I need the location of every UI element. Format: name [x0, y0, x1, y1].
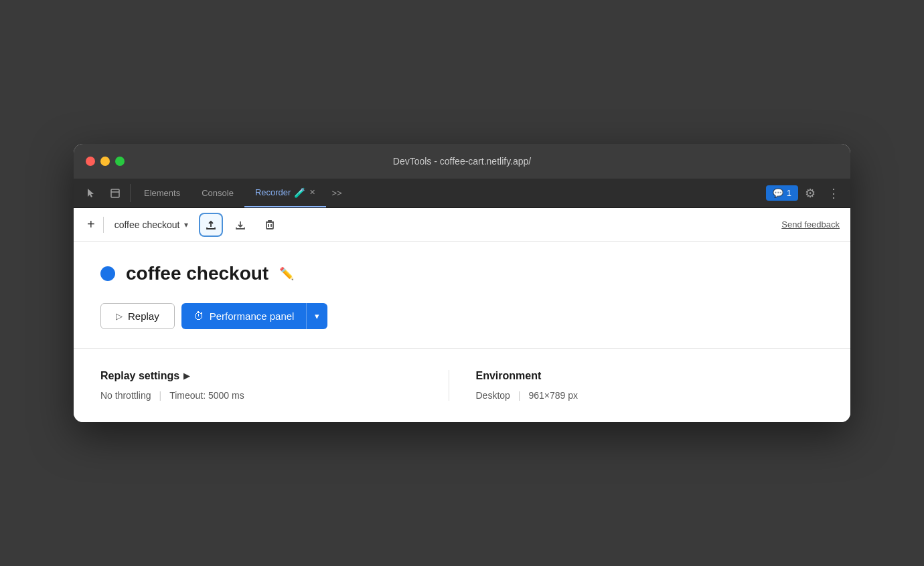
dropdown-chevron-icon: ▾: [315, 311, 319, 321]
more-options-button[interactable]: ⋮: [822, 186, 845, 201]
window-title: DevTools - coffee-cart.netlify.app/: [393, 156, 531, 167]
performance-panel-group: ⏱ Performance panel ▾: [181, 303, 328, 329]
edit-title-icon[interactable]: ✏️: [279, 266, 294, 281]
replay-settings-values: No throttling | Timeout: 5000 ms: [100, 390, 449, 401]
add-recording-button[interactable]: +: [84, 217, 98, 232]
environment-col: Environment Desktop | 961×789 px: [449, 370, 824, 401]
replay-settings-heading[interactable]: Replay settings ▶: [100, 370, 449, 382]
recorder-icon: 🧪: [294, 187, 305, 198]
settings-expand-arrow: ▶: [183, 371, 189, 381]
export-button[interactable]: [199, 213, 223, 237]
devtools-tabs-bar: Elements Console Recorder 🧪 ✕ >> 💬 1 ⚙ ⋮: [74, 179, 850, 208]
performance-dropdown-button[interactable]: ▾: [306, 303, 327, 329]
environment-values: Desktop | 961×789 px: [476, 390, 824, 401]
tab-recorder[interactable]: Recorder 🧪 ✕: [244, 179, 326, 207]
svg-rect-2: [266, 222, 273, 229]
performance-panel-button[interactable]: ⏱ Performance panel: [181, 303, 307, 329]
replay-button[interactable]: ▷ Replay: [100, 303, 175, 329]
import-button[interactable]: [228, 213, 252, 237]
tab-elements[interactable]: Elements: [133, 179, 191, 207]
dock-icon-button[interactable]: [103, 179, 127, 207]
maximize-button[interactable]: [115, 157, 125, 166]
delete-recording-button[interactable]: [258, 213, 282, 237]
settings-gear-button[interactable]: ⚙: [799, 186, 821, 201]
recording-selector[interactable]: coffee checkout ▾: [109, 217, 194, 233]
environment-heading: Environment: [476, 370, 824, 382]
minimize-button[interactable]: [100, 157, 110, 166]
badge-icon: 💬: [773, 188, 783, 198]
performance-icon: ⏱: [194, 310, 204, 322]
devtools-right-controls: 💬 1 ⚙ ⋮: [766, 179, 845, 207]
play-icon: ▷: [116, 311, 123, 321]
window-controls: [86, 157, 125, 166]
titlebar: DevTools - coffee-cart.netlify.app/: [74, 144, 850, 179]
settings-pipe: |: [159, 390, 161, 401]
recording-actions: ▷ Replay ⏱ Performance panel ▾: [100, 303, 824, 329]
recorder-toolbar: + coffee checkout ▾: [74, 208, 850, 242]
recording-content: coffee checkout ✏️ ▷ Replay ⏱ Performanc…: [74, 242, 850, 349]
more-tabs-button[interactable]: >>: [326, 179, 347, 207]
tab-close-icon[interactable]: ✕: [309, 188, 315, 197]
env-pipe: |: [518, 390, 521, 401]
recording-title: coffee checkout: [126, 263, 268, 284]
tab-separator: [130, 184, 131, 202]
toolbar-separator: [103, 217, 104, 233]
tab-console[interactable]: Console: [191, 179, 244, 207]
recording-status-dot: [100, 266, 115, 281]
replay-settings-col: Replay settings ▶ No throttling | Timeou…: [100, 370, 449, 401]
send-feedback-link[interactable]: Send feedback: [781, 219, 840, 229]
close-button[interactable]: [86, 157, 95, 166]
recording-title-row: coffee checkout ✏️: [100, 263, 824, 284]
chevron-down-icon: ▾: [184, 220, 188, 229]
devtools-window: DevTools - coffee-cart.netlify.app/ Elem…: [74, 144, 850, 422]
settings-section: Replay settings ▶ No throttling | Timeou…: [74, 349, 850, 422]
cursor-icon-button[interactable]: [79, 179, 103, 207]
feedback-badge-button[interactable]: 💬 1: [766, 185, 798, 201]
svg-rect-0: [111, 189, 119, 197]
